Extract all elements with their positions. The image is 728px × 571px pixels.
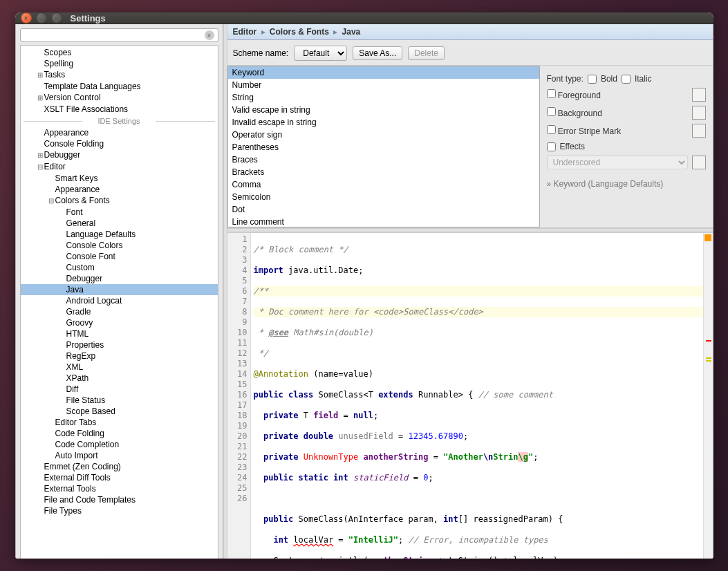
tree-item[interactable]: External Tools	[21, 483, 218, 494]
tree-item[interactable]: External Diff Tools	[21, 472, 218, 483]
effects-swatch[interactable]	[692, 156, 706, 169]
tree-item[interactable]: ⊞Tasks	[21, 69, 218, 81]
code-area[interactable]: /* Block comment */ import java.util.Dat…	[251, 233, 703, 559]
tree-item[interactable]: Android Logcat	[21, 295, 218, 306]
crumb-java[interactable]: Java	[342, 27, 361, 37]
tree-item[interactable]: Console Font	[21, 251, 218, 262]
tree-item-label: Debugger	[44, 150, 81, 160]
attribute-item[interactable]: Dot	[228, 203, 539, 216]
tree-item[interactable]: Emmet (Zen Coding)	[21, 461, 218, 472]
tree-item[interactable]: Diff	[21, 384, 218, 395]
minimize-icon[interactable]: –	[36, 12, 47, 24]
tree-item[interactable]: File Types	[21, 505, 218, 516]
foreground-swatch[interactable]	[692, 88, 706, 102]
tree-item[interactable]: Template Data Languages	[21, 81, 218, 92]
maximize-icon[interactable]: ▫	[51, 12, 62, 24]
attribute-item[interactable]: Operator sign	[228, 129, 539, 141]
tree-item[interactable]: Console Colors	[21, 240, 218, 251]
expander-icon[interactable]: ⊞	[36, 93, 44, 104]
bold-checkbox[interactable]	[588, 75, 597, 84]
settings-tree[interactable]: ScopesSpelling⊞TasksTemplate Data Langua…	[20, 45, 218, 559]
tree-item[interactable]: General	[21, 218, 218, 229]
warning-mark[interactable]	[706, 357, 711, 359]
tree-item[interactable]: Scope Based	[21, 406, 218, 417]
save-as-button[interactable]: Save As...	[353, 46, 402, 60]
expander-icon[interactable]: ⊟	[36, 162, 44, 173]
tree-item[interactable]: Smart Keys	[21, 173, 218, 184]
tree-item[interactable]: Code Folding	[21, 428, 218, 439]
attribute-item[interactable]: Brackets	[228, 166, 539, 178]
line-number: 24	[227, 473, 248, 483]
tree-item[interactable]: XPath	[21, 373, 218, 384]
tree-item[interactable]: Groovy	[21, 317, 218, 328]
tree-item[interactable]: Language Defaults	[21, 229, 218, 240]
scheme-select[interactable]: Default	[294, 46, 347, 61]
tree-item[interactable]: File Status	[21, 395, 218, 406]
tree-item[interactable]: Spelling	[21, 58, 218, 69]
delete-button[interactable]: Delete	[408, 46, 445, 60]
tree-item[interactable]: Appearance	[21, 127, 218, 138]
tree-item[interactable]: Appearance	[21, 184, 218, 195]
attribute-item[interactable]: Comma	[228, 178, 539, 191]
line-number: 18	[227, 411, 248, 421]
italic-checkbox[interactable]	[622, 75, 631, 84]
foreground-checkbox[interactable]	[547, 89, 556, 98]
attribute-item[interactable]: Valid escape in string	[228, 104, 539, 116]
titlebar[interactable]: × – ▫ Settings	[15, 12, 713, 24]
background-checkbox[interactable]	[547, 107, 556, 116]
clear-icon[interactable]: ×	[205, 30, 214, 40]
attribute-item[interactable]: Semicolon	[228, 191, 539, 203]
tree-item[interactable]: Gradle	[21, 306, 218, 317]
tree-item[interactable]: Properties	[21, 339, 218, 350]
attribute-item[interactable]: Number	[228, 79, 539, 91]
search-box[interactable]: ×	[20, 28, 218, 42]
tree-item[interactable]: Editor Tabs	[21, 417, 218, 428]
tree-item-label: Android Logcat	[66, 296, 122, 306]
error-stripe-swatch[interactable]	[692, 124, 706, 138]
tree-item[interactable]: XSLT File Associations	[21, 104, 218, 115]
expander-icon[interactable]: ⊞	[36, 150, 44, 161]
tree-item[interactable]: Java	[21, 284, 218, 295]
attribute-item[interactable]: Keyword	[228, 66, 539, 79]
analysis-indicator-icon[interactable]	[704, 234, 711, 241]
tree-item[interactable]: RegExp	[21, 350, 218, 362]
expander-icon[interactable]: ⊞	[36, 70, 44, 81]
crumb-editor[interactable]: Editor	[233, 27, 257, 37]
tree-item[interactable]: Console Folding	[21, 138, 218, 149]
background-swatch[interactable]	[692, 106, 706, 120]
editor-preview[interactable]: 1234567891011121314151617181920212223242…	[227, 232, 713, 559]
tree-item[interactable]: Custom	[21, 262, 218, 273]
tree-item[interactable]: Scopes	[21, 47, 218, 58]
attribute-list[interactable]: KeywordNumberStringValid escape in strin…	[227, 66, 540, 227]
effects-checkbox[interactable]	[547, 142, 556, 151]
tree-item-label: Custom	[66, 263, 95, 272]
effects-select[interactable]: Underscored	[547, 156, 688, 169]
attribute-item[interactable]: Parentheses	[228, 141, 539, 153]
crumb-colors-fonts[interactable]: Colors & Fonts	[270, 27, 329, 37]
attribute-item[interactable]: String	[228, 91, 539, 104]
error-stripe-checkbox[interactable]	[547, 125, 556, 134]
tree-item-label: Auto Import	[55, 451, 98, 460]
tree-item[interactable]: ⊞Debugger	[21, 149, 218, 161]
attribute-item[interactable]: Invalid escape in string	[228, 116, 539, 129]
tree-item[interactable]: ⊟Colors & Fonts	[21, 195, 218, 207]
tree-item[interactable]: HTML	[21, 328, 218, 339]
tree-item[interactable]: XML	[21, 362, 218, 373]
warning-mark[interactable]	[706, 360, 711, 362]
right-pane: Editor ▸ Colors & Fonts ▸ Java Scheme na…	[227, 24, 713, 559]
error-stripe[interactable]	[703, 233, 713, 559]
attribute-item[interactable]: Line comment	[228, 216, 539, 227]
tree-item[interactable]: Code Completion	[21, 439, 218, 450]
tree-item-label: Groovy	[66, 318, 93, 328]
search-input[interactable]	[24, 30, 205, 40]
tree-item[interactable]: File and Code Templates	[21, 494, 218, 505]
tree-item[interactable]: ⊟Editor	[21, 161, 218, 173]
error-mark[interactable]	[706, 340, 711, 341]
tree-item[interactable]: Auto Import	[21, 450, 218, 461]
tree-item[interactable]: ⊞Version Control	[21, 92, 218, 104]
expander-icon[interactable]: ⊟	[47, 196, 55, 207]
attribute-item[interactable]: Braces	[228, 153, 539, 166]
tree-item[interactable]: Font	[21, 207, 218, 218]
close-icon[interactable]: ×	[21, 12, 32, 24]
tree-item[interactable]: Debugger	[21, 273, 218, 284]
